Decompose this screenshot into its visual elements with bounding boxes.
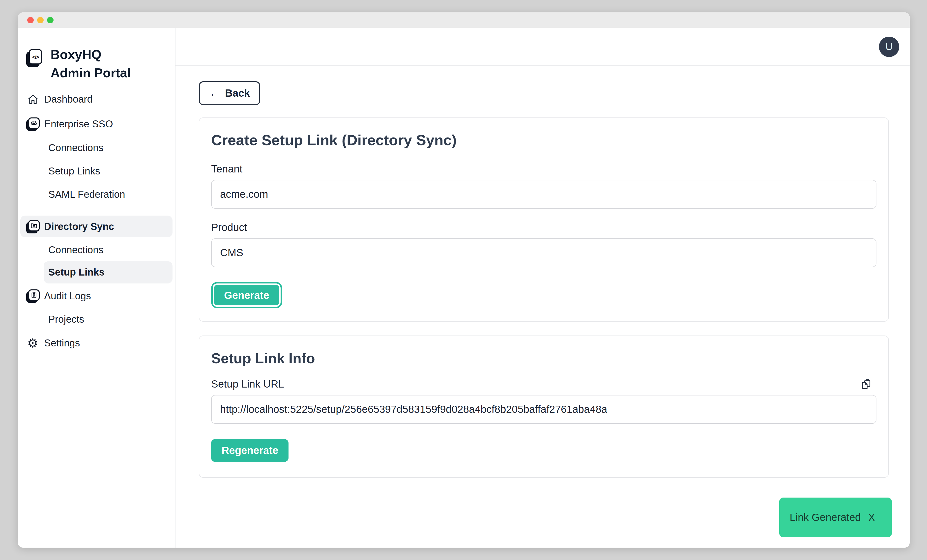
setup-link-url-input[interactable] <box>211 395 877 424</box>
sidebar-item-label: SAML Federation <box>48 189 125 200</box>
sidebar-item-dsync-connections[interactable]: Connections <box>43 239 173 261</box>
info-card-title: Setup Link Info <box>211 349 877 368</box>
desktop-background: </> BoxyHQ Admin Portal Dashboard <box>0 0 927 560</box>
window-titlebar <box>18 12 910 28</box>
generate-button[interactable]: Generate <box>213 284 281 307</box>
sidebar-item-enterprise-sso[interactable]: Enterprise SSO <box>20 113 173 135</box>
sidebar-item-sso-connections[interactable]: Connections <box>43 136 173 159</box>
tenant-input[interactable] <box>211 180 877 209</box>
sidebar-item-label: Connections <box>48 244 103 256</box>
sidebar-nav: Dashboard Enterpri <box>18 88 175 354</box>
enterprise-sso-subnav: Connections Setup Links SAML Federation <box>38 136 173 206</box>
audit-logs-subnav: Projects <box>38 308 173 331</box>
tenant-label: Tenant <box>211 162 877 175</box>
sidebar-item-settings[interactable]: ⚙ Settings <box>20 332 173 354</box>
directory-sync-subnav: Connections Setup Links <box>38 239 173 284</box>
sidebar-item-label: Projects <box>48 314 84 325</box>
page-content: ← Back Create Setup Link (Directory Sync… <box>175 66 910 478</box>
copy-url-button[interactable] <box>860 378 871 390</box>
home-icon <box>26 92 39 106</box>
left-arrow-icon: ← <box>209 88 220 99</box>
toast-close-button[interactable]: X <box>868 512 875 523</box>
sidebar-item-label: Enterprise SSO <box>44 118 113 130</box>
directory-sync-icon <box>26 219 39 234</box>
top-header: U <box>175 28 910 66</box>
setup-link-url-label: Setup Link URL <box>211 378 284 390</box>
sidebar-item-dashboard[interactable]: Dashboard <box>20 88 173 110</box>
close-window-button[interactable] <box>27 17 34 23</box>
sidebar-item-audit-logs[interactable]: Audit Logs <box>20 285 173 307</box>
maximize-window-button[interactable] <box>47 17 53 23</box>
toast-notification: Link Generated X <box>779 498 892 537</box>
back-button-label: Back <box>225 87 250 99</box>
sidebar-item-label: Settings <box>44 337 80 349</box>
app-body: </> BoxyHQ Admin Portal Dashboard <box>18 28 910 548</box>
app-logo[interactable]: </> BoxyHQ Admin Portal <box>26 46 167 82</box>
main-area: U ← Back Create Setup Link (Directory Sy… <box>175 28 910 548</box>
sidebar-item-label: Directory Sync <box>44 221 114 232</box>
enterprise-sso-icon <box>26 117 39 131</box>
regenerate-button[interactable]: Regenerate <box>211 439 289 462</box>
sidebar-item-label: Dashboard <box>44 93 93 105</box>
toast-message: Link Generated <box>790 511 868 523</box>
app-window: </> BoxyHQ Admin Portal Dashboard <box>18 12 910 548</box>
create-card-title: Create Setup Link (Directory Sync) <box>211 131 877 150</box>
sidebar-item-sso-setup-links[interactable]: Setup Links <box>43 159 173 183</box>
sidebar-item-directory-sync[interactable]: Directory Sync <box>20 216 173 237</box>
product-label: Product <box>211 221 877 234</box>
gear-icon: ⚙ <box>26 335 39 351</box>
boxyhq-logo-icon: </> <box>29 49 42 64</box>
sidebar: </> BoxyHQ Admin Portal Dashboard <box>18 28 175 548</box>
audit-logs-icon <box>26 288 39 303</box>
app-title: BoxyHQ Admin Portal <box>50 46 135 82</box>
sidebar-item-saml-federation[interactable]: SAML Federation <box>43 183 173 206</box>
setup-link-info-card: Setup Link Info Setup Link URL <box>199 335 889 478</box>
sidebar-item-dsync-setup-links[interactable]: Setup Links <box>43 261 173 284</box>
back-button[interactable]: ← Back <box>199 81 260 105</box>
create-setup-link-card: Create Setup Link (Directory Sync) Tenan… <box>199 117 889 322</box>
sidebar-item-label: Connections <box>48 142 103 153</box>
sidebar-item-label: Setup Links <box>48 165 100 177</box>
product-input[interactable] <box>211 238 877 267</box>
user-avatar[interactable]: U <box>879 37 899 57</box>
sidebar-item-projects[interactable]: Projects <box>43 308 173 331</box>
url-label-row: Setup Link URL <box>211 378 877 390</box>
copy-icon <box>860 378 871 390</box>
sidebar-item-label: Setup Links <box>48 267 105 278</box>
sidebar-item-label: Audit Logs <box>44 290 91 302</box>
code-glyph: </> <box>32 54 39 60</box>
minimize-window-button[interactable] <box>37 17 44 23</box>
